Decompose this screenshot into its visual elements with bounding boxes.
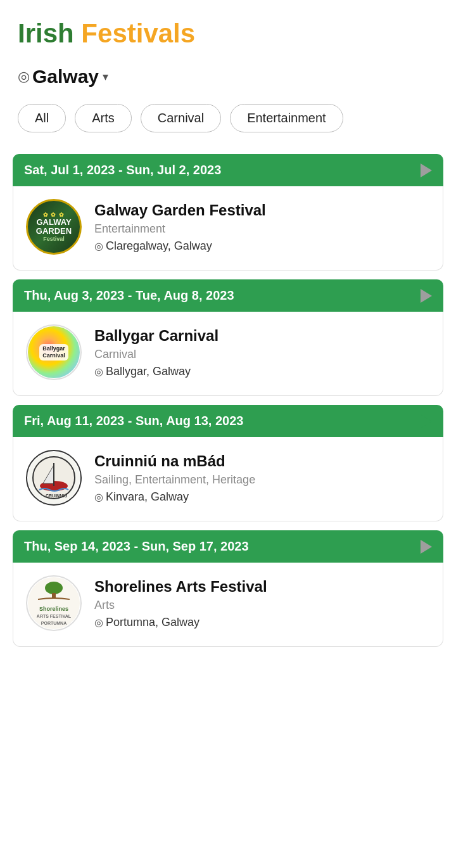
date-banner-0: Sat, Jul 1, 2023 - Sun, Jul 2, 2023 — [13, 154, 443, 186]
festival-name: Shorelines Arts Festival — [94, 578, 430, 596]
festival-name: Ballygar Carnival — [94, 327, 430, 345]
date-range-text: Sat, Jul 1, 2023 - Sun, Jul 2, 2023 — [24, 163, 413, 177]
festival-info-3: Shorelines Arts FestivalArts◎Portumna, G… — [94, 578, 430, 629]
play-icon[interactable] — [421, 163, 432, 177]
date-banner-3: Thu, Sep 14, 2023 - Sun, Sep 17, 2023 — [13, 530, 443, 563]
play-icon[interactable] — [421, 289, 432, 303]
svg-point-5 — [45, 582, 63, 594]
festival-name: Cruinniú na mBád — [94, 452, 430, 471]
location-text-value: Portumna, Galway — [106, 616, 200, 629]
festival-info-0: Galway Garden FestivalEntertainment◎Clar… — [94, 201, 430, 253]
festival-category: Arts — [94, 599, 430, 612]
location-pin-small: ◎ — [94, 366, 103, 378]
location-text-value: Kinvara, Galway — [106, 490, 189, 504]
date-banner-1: Thu, Aug 3, 2023 - Tue, Aug 8, 2023 — [13, 279, 443, 312]
location-text: Galway — [32, 66, 99, 87]
header: Irish Festivals — [0, 0, 456, 54]
festival-category: Sailing, Entertainment, Heritage — [94, 473, 430, 487]
chevron-down-icon: ▾ — [103, 70, 108, 84]
festival-logo-1: Ballygar Carnival — [26, 324, 82, 380]
cards-container: Sat, Jul 1, 2023 - Sun, Jul 2, 2023 ✿ ✿ … — [0, 139, 456, 660]
date-range-text: Thu, Aug 3, 2023 - Tue, Aug 8, 2023 — [24, 288, 413, 303]
date-banner-2: Fri, Aug 11, 2023 - Sun, Aug 13, 2023 — [13, 405, 443, 437]
filter-chip-entertainment[interactable]: Entertainment — [230, 104, 343, 132]
location-pin-icon: ◎ — [18, 68, 30, 85]
play-icon[interactable] — [421, 414, 432, 428]
filter-chip-carnival[interactable]: Carnival — [141, 104, 221, 132]
festival-card-0[interactable]: ✿ ✿ ✿ GALWAYGARDEN Festival Galway Garde… — [13, 186, 443, 271]
festival-location: ◎Ballygar, Galway — [94, 365, 430, 378]
festival-logo-2: CRUINNIÚ — [26, 450, 82, 506]
filter-bar: AllArtsCarnivalEntertainment — [0, 93, 456, 139]
filter-chip-arts[interactable]: Arts — [75, 104, 132, 132]
festival-name: Galway Garden Festival — [94, 201, 430, 220]
svg-rect-6 — [52, 593, 56, 598]
location-bar[interactable]: ◎ Galway ▾ — [0, 54, 456, 93]
festival-card-3[interactable]: ShorelinesARTS FESTIVALPORTUMNA Shorelin… — [13, 563, 443, 647]
title-irish: Irish — [18, 18, 74, 48]
title-festivals: Festivals — [74, 18, 195, 48]
location-pin-small: ◎ — [94, 616, 103, 629]
location-pin-small: ◎ — [94, 491, 103, 503]
svg-text:CRUINNIÚ: CRUINNIÚ — [46, 493, 67, 498]
date-range-text: Thu, Sep 14, 2023 - Sun, Sep 17, 2023 — [24, 539, 413, 554]
festival-location: ◎Portumna, Galway — [94, 616, 430, 629]
play-icon[interactable] — [421, 540, 432, 554]
filter-chip-all[interactable]: All — [18, 104, 66, 132]
app-title: Irish Festivals — [18, 19, 438, 48]
festival-card-2[interactable]: CRUINNIÚ Cruinniú na mBádSailing, Entert… — [13, 437, 443, 521]
festival-card-1[interactable]: Ballygar CarnivalBallygar CarnivalCarniv… — [13, 312, 443, 396]
festival-logo-0: ✿ ✿ ✿ GALWAYGARDEN Festival — [26, 199, 82, 255]
location-text-value: Ballygar, Galway — [106, 365, 191, 378]
festival-category: Entertainment — [94, 222, 430, 236]
festival-location: ◎Kinvara, Galway — [94, 490, 430, 504]
location-pin-small: ◎ — [94, 240, 103, 252]
festival-logo-3: ShorelinesARTS FESTIVALPORTUMNA — [26, 575, 82, 631]
festival-location: ◎Claregalway, Galway — [94, 239, 430, 253]
date-range-text: Fri, Aug 11, 2023 - Sun, Aug 13, 2023 — [24, 414, 413, 428]
festival-info-2: Cruinniú na mBádSailing, Entertainment, … — [94, 452, 430, 504]
festival-info-1: Ballygar CarnivalCarnival◎Ballygar, Galw… — [94, 327, 430, 378]
festival-category: Carnival — [94, 348, 430, 361]
location-text-value: Claregalway, Galway — [106, 239, 212, 253]
